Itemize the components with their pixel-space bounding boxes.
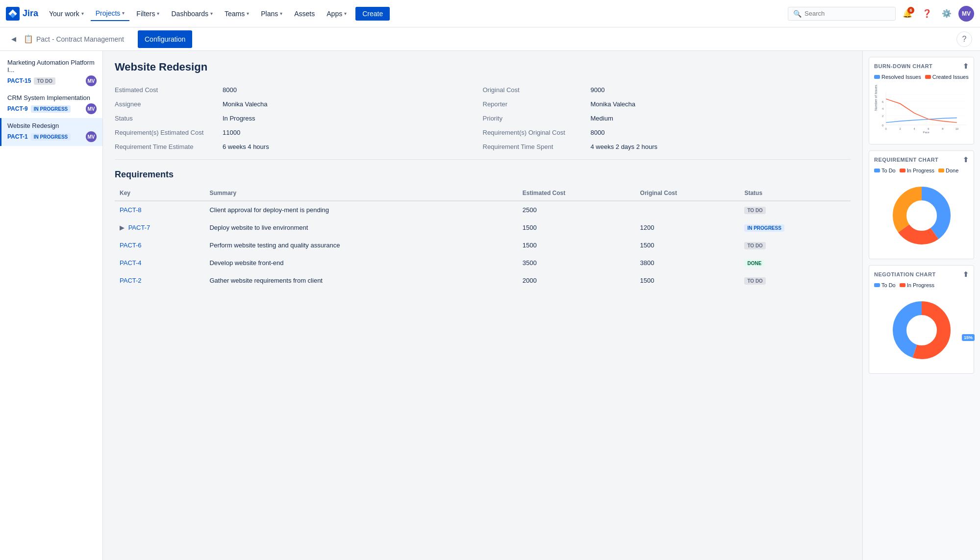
sidebar-avatar-2: MV xyxy=(86,131,97,142)
req-key-link[interactable]: PACT-8 xyxy=(120,206,142,214)
app-name: Jira xyxy=(23,8,38,19)
nav-plans[interactable]: Plans ▾ xyxy=(256,7,287,21)
legend-neg-inprogress-dot xyxy=(900,283,905,287)
chevron-down-icon: ▾ xyxy=(247,11,249,16)
chevron-down-icon: ▾ xyxy=(81,11,84,16)
req-estimated-cost-cell: 1500 xyxy=(518,237,635,254)
value-original-cost: 9000 xyxy=(591,86,851,94)
status-badge: DONE xyxy=(744,260,764,267)
negotiation-float-badge: 15% xyxy=(962,334,975,341)
req-key-link[interactable]: PACT-6 xyxy=(120,242,142,249)
detail-reporter: Reporter Monika Valecha xyxy=(483,97,851,111)
chevron-down-icon: ▾ xyxy=(122,10,125,16)
detail-estimated-cost: Estimated Cost 8000 xyxy=(115,83,483,97)
label-req-est-cost: Requirement(s) Estimated Cost xyxy=(115,129,223,136)
main-layout: Marketing Automation Platform I... PACT-… xyxy=(0,51,980,560)
detail-req-est-cost: Requirement(s) Estimated Cost 11000 xyxy=(115,126,483,139)
svg-text:4: 4 xyxy=(913,127,915,130)
sidebar-item-2[interactable]: Website Redesign PACT-1 IN PROGRESS MV xyxy=(0,118,102,146)
req-original-cost-cell: 1500 xyxy=(635,272,740,290)
req-key-cell: PACT-8 xyxy=(115,201,204,219)
negotiation-chart-title: NEGOTIATION CHART ⬆ xyxy=(874,270,969,278)
requirement-share-icon[interactable]: ⬆ xyxy=(963,156,969,164)
svg-text:6: 6 xyxy=(928,127,929,130)
nav-your-work[interactable]: Your work ▾ xyxy=(44,7,89,21)
sidebar-item-0[interactable]: Marketing Automation Platform I... PACT-… xyxy=(0,55,102,90)
req-key-cell: PACT-6 xyxy=(115,237,204,254)
sidebar-item-title-1: CRM System Implementation xyxy=(7,94,97,101)
page-title: Website Redesign xyxy=(115,61,851,73)
legend-inprogress-dot xyxy=(900,169,905,172)
content-area: Website Redesign Estimated Cost 8000 Ori… xyxy=(103,51,862,560)
svg-text:Pace: Pace xyxy=(923,131,930,134)
table-row: PACT-6Perform website testing and qualit… xyxy=(115,237,851,254)
req-summary-cell: Develop website front-end xyxy=(204,254,517,272)
value-req-time-spent: 4 weeks 2 days 2 hours xyxy=(591,143,851,150)
user-avatar[interactable]: MV xyxy=(958,6,974,22)
search-input[interactable] xyxy=(804,10,890,17)
table-row: PACT-4Develop website front-end35003800D… xyxy=(115,254,851,272)
settings-button[interactable]: ⚙️ xyxy=(939,6,955,22)
right-panel: BURN-DOWN CHART ⬆ Resolved Issues Create… xyxy=(862,51,980,560)
detail-status: Status In Progress xyxy=(115,112,483,125)
status-badge: TO DO xyxy=(744,277,765,285)
svg-text:2: 2 xyxy=(882,115,883,118)
req-key-link[interactable]: PACT-4 xyxy=(120,259,142,267)
table-row: PACT-8Client approval for deploy-ment is… xyxy=(115,201,851,219)
svg-text:0: 0 xyxy=(885,127,887,130)
req-key-cell: PACT-4 xyxy=(115,254,204,272)
svg-text:6: 6 xyxy=(882,100,883,103)
nav-assets[interactable]: Assets xyxy=(289,7,320,21)
req-key-cell: ▶ PACT-7 xyxy=(115,219,204,237)
req-key-link[interactable]: PACT-7 xyxy=(128,224,151,231)
req-key-link[interactable]: PACT-2 xyxy=(120,277,142,284)
expand-icon[interactable]: ▶ xyxy=(120,224,126,231)
nav-projects[interactable]: Projects ▾ xyxy=(91,6,130,21)
notification-bell[interactable]: 🔔 6 xyxy=(900,6,915,22)
notification-badge: 6 xyxy=(907,7,914,14)
nav-teams[interactable]: Teams ▾ xyxy=(220,7,254,21)
burndown-share-icon[interactable]: ⬆ xyxy=(963,62,969,70)
svg-point-25 xyxy=(908,317,935,344)
create-button[interactable]: Create xyxy=(355,7,390,21)
requirements-title: Requirements xyxy=(115,170,851,180)
tab-configuration[interactable]: Configuration xyxy=(138,30,192,48)
status-badge: TO DO xyxy=(744,242,765,249)
sidebar-item-1[interactable]: CRM System Implementation PACT-9 IN PROG… xyxy=(0,90,102,118)
sidebar-item-meta-2: PACT-1 IN PROGRESS MV xyxy=(7,131,97,142)
sidebar-item-key-0[interactable]: PACT-15 xyxy=(7,77,31,84)
nav-apps[interactable]: Apps ▾ xyxy=(322,7,352,21)
req-summary-cell: Gather website requirements from client xyxy=(204,272,517,290)
legend-created-dot xyxy=(925,75,931,79)
req-status-cell: DONE xyxy=(739,254,851,272)
req-summary-cell: Client approval for deploy-ment is pendi… xyxy=(204,201,517,219)
value-status: In Progress xyxy=(223,115,483,122)
negotiation-share-icon[interactable]: ⬆ xyxy=(963,270,969,278)
requirement-chart-title: REQUIREMENT CHART ⬆ xyxy=(874,156,969,164)
search-icon: 🔍 xyxy=(793,10,802,18)
sidebar-item-key-1[interactable]: PACT-9 xyxy=(7,105,28,112)
svg-text:10: 10 xyxy=(955,127,958,130)
help-button[interactable]: ❓ xyxy=(919,6,935,22)
chevron-down-icon: ▾ xyxy=(210,11,213,16)
gear-icon: ⚙️ xyxy=(942,9,952,18)
nav-dashboards[interactable]: Dashboards ▾ xyxy=(166,7,218,21)
app-logo[interactable]: Jira xyxy=(6,7,38,21)
nav-filters[interactable]: Filters ▾ xyxy=(131,7,164,21)
req-estimated-cost-cell: 1500 xyxy=(518,219,635,237)
chevron-down-icon: ▾ xyxy=(280,11,282,16)
burndown-legend: Resolved Issues Created Issues xyxy=(874,74,969,80)
req-status-cell: TO DO xyxy=(739,237,851,254)
help-secondary-icon[interactable]: ? xyxy=(956,31,972,47)
sidebar-collapse-button[interactable]: ◀ xyxy=(8,33,20,45)
value-reporter: Monika Valecha xyxy=(591,100,851,108)
details-section: Estimated Cost 8000 Original Cost 9000 A… xyxy=(115,83,851,160)
project-title: Pact - Contract Management xyxy=(36,35,124,43)
question-mark-icon: ❓ xyxy=(922,9,932,18)
col-key: Key xyxy=(115,186,204,201)
legend-done-dot xyxy=(938,169,944,172)
top-nav: Jira Your work ▾ Projects ▾ Filters ▾ Da… xyxy=(0,0,980,27)
search-box[interactable]: 🔍 xyxy=(788,7,896,21)
label-status: Status xyxy=(115,115,223,122)
sidebar-item-key-2[interactable]: PACT-1 xyxy=(7,133,28,140)
